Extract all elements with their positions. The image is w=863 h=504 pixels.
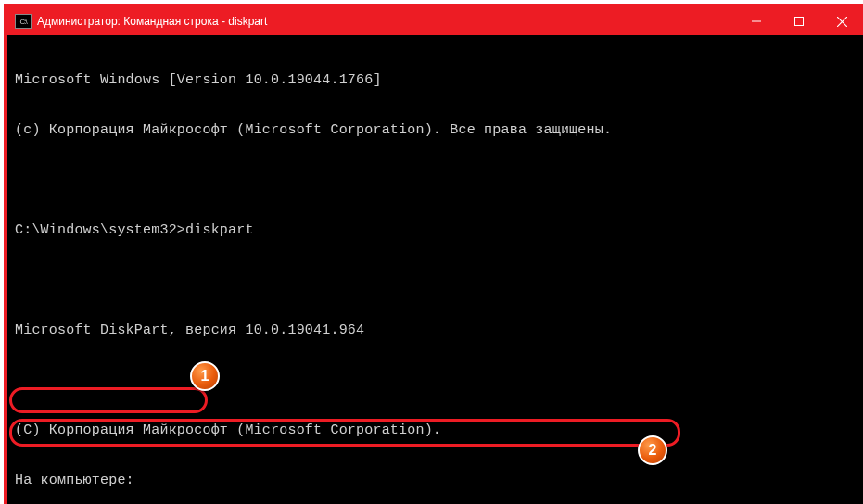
output-line: На компьютере: <box>15 472 856 489</box>
titlebar: C:\ Администратор: Командная строка - di… <box>7 7 863 35</box>
terminal-content[interactable]: Microsoft Windows [Version 10.0.19044.17… <box>7 35 863 504</box>
output-line: Microsoft Windows [Version 10.0.19044.17… <box>15 72 856 89</box>
window-title: Администратор: Командная строка - diskpa… <box>37 15 267 28</box>
minimize-button[interactable] <box>735 7 778 35</box>
maximize-button[interactable] <box>778 7 820 35</box>
output-line: (C) Корпорация Майкрософт (Microsoft Cor… <box>15 422 856 439</box>
close-button[interactable] <box>820 7 863 35</box>
command-prompt-window: C:\ Администратор: Командная строка - di… <box>4 4 863 504</box>
minimize-icon <box>752 17 761 26</box>
close-icon <box>837 17 847 27</box>
app-icon: C:\ <box>15 14 32 29</box>
svg-rect-1 <box>795 18 804 26</box>
output-line: Microsoft DiskPart, версия 10.0.19041.96… <box>15 322 856 339</box>
prompt-line: C:\Windows\system32>diskpart <box>15 222 856 239</box>
maximize-icon <box>794 17 804 26</box>
output-line: (c) Корпорация Майкрософт (Microsoft Cor… <box>15 122 856 139</box>
